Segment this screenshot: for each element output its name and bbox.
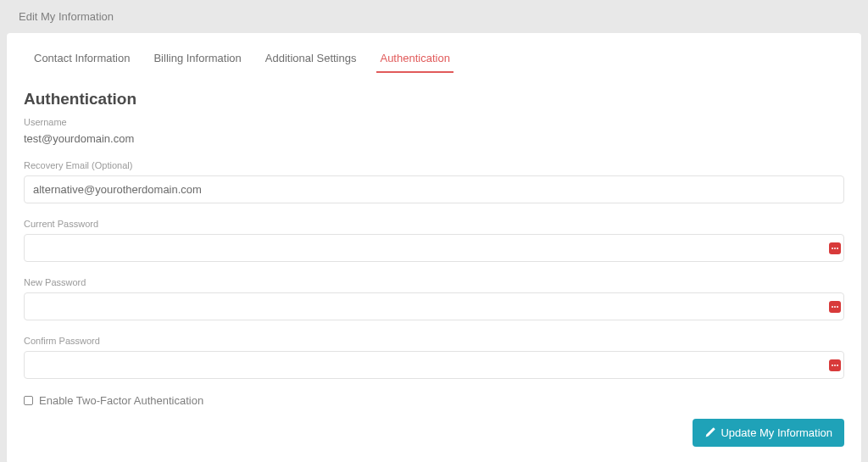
two-factor-label[interactable]: Enable Two-Factor Authentication (39, 394, 203, 407)
update-button-label: Update My Information (721, 426, 832, 439)
tab-authentication[interactable]: Authentication (370, 42, 459, 75)
button-row: Update My Information (24, 419, 844, 447)
username-label: Username (24, 117, 844, 127)
confirm-password-input[interactable] (24, 351, 844, 379)
username-value: test@yourdomain.com (24, 132, 844, 145)
tab-billing-information[interactable]: Billing Information (143, 42, 251, 75)
current-password-label: Current Password (24, 219, 844, 229)
recovery-email-label: Recovery Email (Optional) (24, 160, 844, 170)
tabs-bar: Contact Information Billing Information … (7, 33, 861, 75)
edit-icon (704, 427, 715, 438)
page-header: Edit My Information (0, 0, 868, 33)
page-title: Edit My Information (19, 10, 114, 23)
field-recovery-email: Recovery Email (Optional) (24, 160, 844, 203)
new-password-label: New Password (24, 277, 844, 287)
form-card: Contact Information Billing Information … (7, 33, 861, 462)
field-new-password: New Password (24, 277, 844, 320)
field-current-password: Current Password (24, 219, 844, 262)
password-manager-icon[interactable] (829, 301, 841, 313)
recovery-email-input[interactable] (24, 175, 844, 203)
two-factor-checkbox[interactable] (24, 396, 33, 405)
password-manager-icon[interactable] (829, 242, 841, 254)
two-factor-row: Enable Two-Factor Authentication (24, 394, 844, 407)
tab-contact-information[interactable]: Contact Information (24, 42, 140, 75)
confirm-password-label: Confirm Password (24, 336, 844, 346)
field-confirm-password: Confirm Password (24, 336, 844, 379)
tab-content: Authentication Username test@yourdomain.… (7, 75, 861, 462)
password-manager-icon[interactable] (829, 359, 841, 371)
current-password-input[interactable] (24, 234, 844, 262)
field-username: Username test@yourdomain.com (24, 117, 844, 145)
section-title: Authentication (24, 90, 844, 109)
new-password-input[interactable] (24, 292, 844, 320)
tab-additional-settings[interactable]: Additional Settings (255, 42, 367, 75)
update-button[interactable]: Update My Information (693, 419, 844, 447)
